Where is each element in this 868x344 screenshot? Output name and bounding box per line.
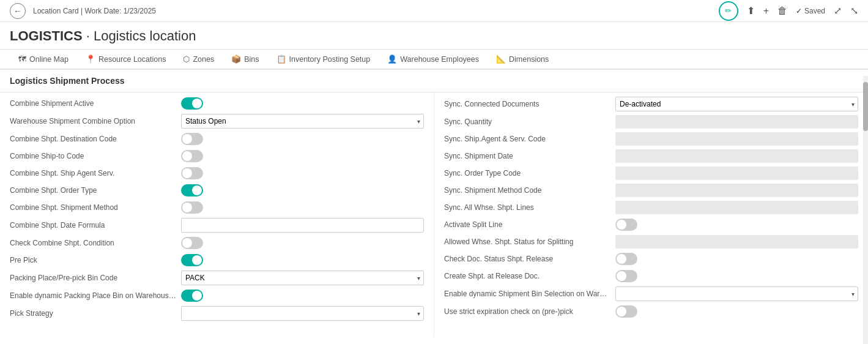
form-row: Combine Shpt. Order Type xyxy=(0,182,434,199)
form-row: Sync. Ship.Agent & Serv. Code xyxy=(434,130,868,148)
select-dropdown[interactable]: PACK xyxy=(181,271,424,285)
scrollbar-thumb[interactable] xyxy=(863,82,868,131)
field-label: Combine Shpt. Ship Agent Serv. xyxy=(10,169,181,178)
collapse-icon[interactable]: ⤡ xyxy=(850,5,858,17)
field-control xyxy=(181,167,424,179)
form-row: Check Combine Shpt. Condition xyxy=(0,234,434,252)
nav-tab-warehouse-employees[interactable]: 👤Warehouse Employees xyxy=(379,50,488,70)
share-icon[interactable]: ⬆ xyxy=(747,5,755,17)
delete-icon[interactable]: 🗑 xyxy=(777,6,787,17)
field-control xyxy=(615,115,858,129)
field-label: Create Shpt. at Release Doc. xyxy=(444,272,615,280)
field-label: Activate Split Line xyxy=(444,220,615,229)
field-control xyxy=(181,201,424,214)
field-control xyxy=(615,166,858,180)
field-control: Status OpenAllNone▾ xyxy=(181,114,424,129)
toggle-switch[interactable] xyxy=(615,270,637,282)
field-control xyxy=(615,201,858,214)
nav-tabs: 🗺Online Map📍Resource Locations⬡Zones📦Bin… xyxy=(0,50,868,70)
nav-tab-bins[interactable]: 📦Bins xyxy=(223,50,267,70)
field-label: Sync. Quantity xyxy=(444,118,615,126)
toggle-switch[interactable] xyxy=(181,133,203,145)
field-control xyxy=(181,218,424,233)
nav-tab-online-map[interactable]: 🗺Online Map xyxy=(10,50,77,70)
select-dropdown[interactable]: De-activatedActivated xyxy=(615,97,858,111)
select-dropdown[interactable] xyxy=(181,306,424,321)
toggle-switch[interactable] xyxy=(615,219,637,231)
field-label: Warehouse Shipment Combine Option xyxy=(10,117,181,125)
toggle-switch[interactable] xyxy=(181,167,203,179)
field-label: Combine Shipment Active xyxy=(10,99,181,108)
scrollbar-track[interactable] xyxy=(863,76,868,344)
nav-tab-inventory-posting-setup[interactable]: 📋Inventory Posting Setup xyxy=(268,50,379,70)
form-row: Warehouse Shipment Combine OptionStatus … xyxy=(0,112,434,130)
form-row: Combine Shpt. Destination Code xyxy=(0,130,434,148)
form-row: Check Doc. Status Shpt. Release xyxy=(434,250,868,267)
field-label: Combine Ship-to Code xyxy=(10,152,181,160)
form-row: Combine Shpt. Date Formula xyxy=(0,216,434,234)
tab-icon: 📦 xyxy=(231,54,241,64)
field-label: Check Combine Shpt. Condition xyxy=(10,239,181,247)
saved-indicator: ✓ Saved xyxy=(796,7,825,15)
empty-field xyxy=(615,115,858,129)
field-control xyxy=(615,132,858,146)
tab-icon: 👤 xyxy=(387,54,397,64)
toggle-switch[interactable] xyxy=(181,184,203,196)
select-dropdown[interactable] xyxy=(615,286,858,301)
field-label: Combine Shpt. Order Type xyxy=(10,186,181,195)
toggle-switch[interactable] xyxy=(181,201,203,214)
form-row: Combine Shpt. Ship Agent Serv. xyxy=(0,165,434,182)
field-label: Allowed Whse. Shpt. Status for Splitting xyxy=(444,237,615,246)
field-control xyxy=(181,290,424,302)
form-row: Packing Place/Pre-pick Bin CodePACK▾ xyxy=(0,269,434,287)
field-control xyxy=(181,237,424,249)
select-dropdown[interactable]: Status OpenAllNone xyxy=(181,114,424,129)
empty-field xyxy=(615,149,858,163)
empty-field xyxy=(615,235,858,249)
form-row: Sync. Shipment Method Code xyxy=(434,182,868,199)
field-control xyxy=(181,184,424,196)
toggle-switch[interactable] xyxy=(181,150,203,162)
form-row: Sync. Order Type Code xyxy=(434,165,868,182)
empty-field xyxy=(615,166,858,180)
field-control xyxy=(615,253,858,265)
form-row: Sync. All Whse. Shpt. Lines xyxy=(434,199,868,216)
field-label: Sync. Order Type Code xyxy=(444,169,615,178)
back-button[interactable]: ← xyxy=(10,3,26,19)
top-actions: ✏ ⬆ + 🗑 ✓ Saved ⤢ ⤡ xyxy=(719,1,858,21)
right-column: Sync. Connected DocumentsDe-activatedAct… xyxy=(434,92,868,337)
tab-icon: 📋 xyxy=(276,54,286,64)
field-control xyxy=(181,97,424,110)
form-row: Create Shpt. at Release Doc. xyxy=(434,267,868,285)
page-wrapper: ← Location Card | Work Date: 1/23/2025 ✏… xyxy=(0,0,868,344)
toggle-switch[interactable] xyxy=(181,290,203,302)
field-label: Packing Place/Pre-pick Bin Code xyxy=(10,274,181,282)
toggle-switch[interactable] xyxy=(181,254,203,266)
nav-tab-resource-locations[interactable]: 📍Resource Locations xyxy=(77,50,174,70)
toggle-switch[interactable] xyxy=(615,305,637,318)
form-row: Use strict expiration check on (pre-)pic… xyxy=(434,303,868,320)
top-bar: ← Location Card | Work Date: 1/23/2025 ✏… xyxy=(0,0,868,22)
field-label: Enable dynamic Shipment Bin Selection on… xyxy=(444,290,615,298)
edit-button[interactable]: ✏ xyxy=(719,1,738,21)
field-label: Use strict expiration check on (pre-)pic… xyxy=(444,307,615,316)
field-control: De-activatedActivated▾ xyxy=(615,97,858,111)
nav-tab-dimensions[interactable]: 📐Dimensions xyxy=(488,50,557,70)
field-control xyxy=(181,150,424,162)
field-control xyxy=(615,219,858,231)
field-control xyxy=(181,254,424,266)
toggle-switch[interactable] xyxy=(615,253,637,265)
toggle-switch[interactable] xyxy=(181,97,203,110)
toggle-switch[interactable] xyxy=(181,237,203,249)
form-row: Sync. Shipment Date xyxy=(434,148,868,165)
nav-tab-zones[interactable]: ⬡Zones xyxy=(174,50,223,70)
expand-icon[interactable]: ⤢ xyxy=(834,5,842,17)
add-icon[interactable]: + xyxy=(763,6,769,17)
form-row: Combine Shipment Active xyxy=(0,95,434,112)
text-input[interactable] xyxy=(181,218,424,233)
field-control xyxy=(181,133,424,145)
field-label: Sync. Shipment Method Code xyxy=(444,186,615,195)
field-control: PACK▾ xyxy=(181,271,424,285)
form-row: Combine Shpt. Shipment Method xyxy=(0,199,434,216)
field-label: Sync. Connected Documents xyxy=(444,100,615,108)
